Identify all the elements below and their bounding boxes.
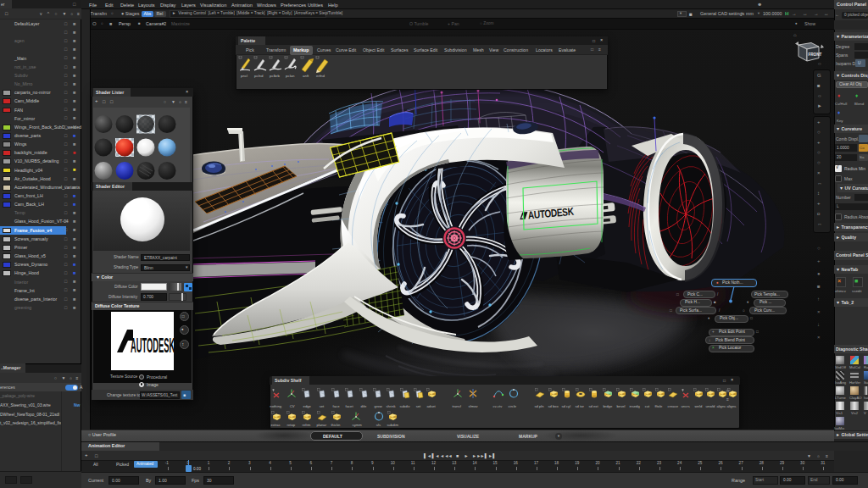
svg-text:FRONT: FRONT [809, 53, 822, 57]
svg-text:AUTODESK: AUTODESK [131, 335, 174, 357]
